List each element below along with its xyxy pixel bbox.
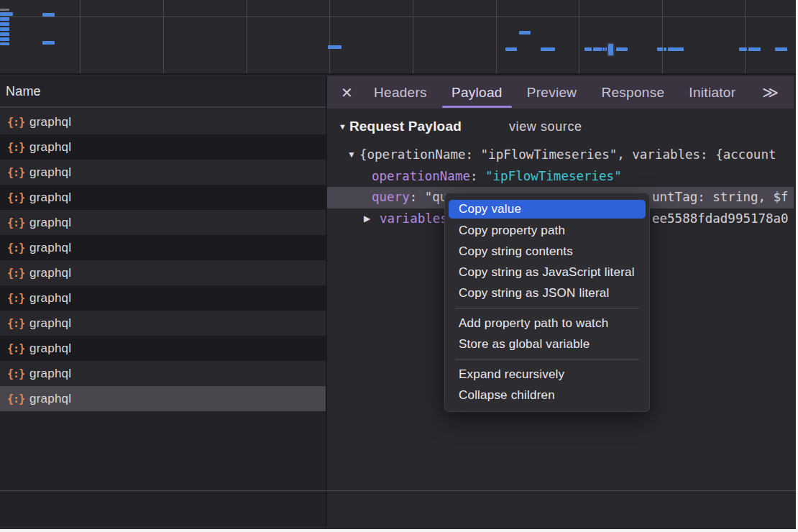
devtools-shell: Name {:}graphql{:}graphql{:}graphql{:}gr… bbox=[0, 0, 796, 529]
network-request-row[interactable]: {:}graphql bbox=[0, 285, 326, 311]
view-source-link[interactable]: view source bbox=[509, 119, 582, 134]
menu-separator bbox=[455, 359, 639, 359]
request-name-label: graphql bbox=[29, 241, 71, 255]
tab-response[interactable]: Response bbox=[589, 76, 677, 109]
timeline-request-bar bbox=[0, 42, 9, 45]
tab-initiator[interactable]: Initiator bbox=[677, 76, 748, 109]
network-request-row[interactable]: {:}graphql bbox=[0, 311, 326, 336]
property-key: query bbox=[372, 190, 410, 204]
menu-item-copy-string-as-json-literal[interactable]: Copy string as JSON literal bbox=[445, 283, 649, 303]
request-name-label: graphql bbox=[29, 191, 71, 205]
network-request-row[interactable]: {:}graphql bbox=[0, 235, 326, 260]
request-name-label: graphql bbox=[29, 266, 71, 280]
timeline-request-bar bbox=[0, 27, 9, 31]
network-request-row[interactable]: {:}graphql bbox=[0, 109, 326, 134]
json-braces-icon: {:} bbox=[7, 393, 24, 405]
timeline-request-bar bbox=[668, 47, 684, 51]
timeline-gridline bbox=[329, 0, 330, 73]
menu-item-add-property-path-to-watch[interactable]: Add property path to watch bbox=[445, 313, 649, 334]
request-name-label: graphql bbox=[29, 140, 71, 155]
network-request-row[interactable]: {:}graphql bbox=[0, 210, 326, 235]
timeline-request-bar bbox=[42, 41, 55, 45]
timeline-request-bar bbox=[657, 47, 663, 51]
menu-separator bbox=[455, 308, 639, 308]
object-preview: {operationName: "ipFlowTimeseries", vari… bbox=[359, 145, 776, 166]
close-icon[interactable]: ✕ bbox=[341, 86, 352, 100]
property-value: "ipFlowTimeseries" bbox=[485, 169, 622, 183]
json-braces-icon: {:} bbox=[7, 242, 24, 254]
tab-headers[interactable]: Headers bbox=[362, 76, 439, 109]
request-name-label: graphql bbox=[29, 216, 71, 230]
timeline-request-bar bbox=[605, 47, 607, 51]
json-braces-icon: {:} bbox=[7, 267, 24, 280]
request-name-label: graphql bbox=[29, 367, 71, 381]
payload-tree-row[interactable]: operationName: "ipFlowTimeseries" bbox=[327, 166, 794, 188]
timeline-request-bar bbox=[0, 22, 9, 26]
network-request-row[interactable]: {:}graphql bbox=[0, 160, 326, 185]
request-name-label: graphql bbox=[29, 341, 71, 356]
menu-item-expand-recursively[interactable]: Expand recursively bbox=[445, 364, 649, 385]
expander-icon[interactable]: ▶ bbox=[364, 208, 370, 230]
network-request-list-panel: Name {:}graphql{:}graphql{:}graphql{:}gr… bbox=[0, 76, 326, 526]
request-name-label: graphql bbox=[29, 165, 71, 180]
more-tabs-icon[interactable]: ≫ bbox=[762, 76, 779, 109]
network-request-row[interactable]: {:}graphql bbox=[0, 134, 326, 160]
timeline-request-bar bbox=[0, 32, 9, 36]
network-request-row[interactable]: {:}graphql bbox=[0, 386, 326, 411]
timeline-request-bar bbox=[584, 47, 592, 51]
collapse-triangle-icon[interactable]: ▼ bbox=[339, 122, 347, 131]
menu-item-copy-property-path[interactable]: Copy property path bbox=[445, 220, 649, 241]
timeline-gridline bbox=[163, 0, 164, 73]
timeline-request-bar bbox=[42, 13, 55, 17]
timeline-request-bar bbox=[664, 47, 666, 51]
json-braces-icon: {:} bbox=[7, 116, 24, 129]
menu-item-copy-string-contents[interactable]: Copy string contents bbox=[445, 241, 649, 262]
tab-payload[interactable]: Payload bbox=[439, 76, 515, 109]
timeline-activity-dash bbox=[0, 9, 9, 11]
network-request-row[interactable]: {:}graphql bbox=[0, 361, 326, 386]
network-request-row[interactable]: {:}graphql bbox=[0, 336, 326, 361]
timeline-request-bar bbox=[739, 47, 747, 51]
timeline-gridline bbox=[413, 0, 413, 73]
timeline-request-bar bbox=[519, 31, 531, 35]
menu-item-copy-string-as-javascript-literal[interactable]: Copy string as JavaScript literal bbox=[445, 262, 649, 283]
request-name-label: graphql bbox=[29, 316, 71, 331]
timeline-request-bar bbox=[328, 45, 341, 49]
timeline-request-bar bbox=[616, 47, 628, 51]
request-name-label: graphql bbox=[29, 392, 71, 406]
timeline-request-bar bbox=[748, 47, 761, 51]
property-key: variables bbox=[380, 211, 448, 226]
request-name-label: graphql bbox=[29, 291, 71, 306]
request-payload-title: Request Payload bbox=[349, 119, 462, 134]
request-payload-section-header: ▼ Request Payload view source bbox=[327, 116, 582, 137]
json-braces-icon: {:} bbox=[7, 166, 24, 179]
payload-tree-row[interactable]: ▼{operationName: "ipFlowTimeseries", var… bbox=[327, 145, 794, 166]
property-value-fragment-right: untTag: string, $f bbox=[652, 187, 789, 208]
expander-icon[interactable]: ▼ bbox=[347, 145, 356, 166]
property-key: operationName bbox=[372, 169, 470, 183]
detail-tabbar: ✕ HeadersPayloadPreviewResponseInitiator bbox=[327, 76, 794, 109]
name-column-header[interactable]: Name bbox=[0, 76, 326, 108]
menu-item-store-as-global-variable[interactable]: Store as global variable bbox=[445, 334, 649, 354]
timeline-gridline-horizontal bbox=[0, 17, 796, 17]
network-request-row[interactable]: {:}graphql bbox=[0, 185, 326, 210]
json-braces-icon: {:} bbox=[7, 292, 24, 305]
timeline-request-bar bbox=[505, 47, 517, 51]
timeline-gridline bbox=[579, 0, 579, 73]
footer-divider bbox=[0, 490, 796, 491]
timeline-gridline bbox=[662, 0, 663, 73]
timeline-request-bar bbox=[775, 47, 787, 51]
json-braces-icon: {:} bbox=[7, 367, 24, 380]
json-braces-icon: {:} bbox=[7, 317, 24, 330]
network-request-row[interactable]: {:}graphql bbox=[0, 260, 326, 285]
menu-item-collapse-children[interactable]: Collapse children bbox=[445, 385, 649, 405]
timeline-gridline bbox=[745, 0, 746, 73]
timeline-gridline bbox=[247, 0, 247, 73]
tab-preview[interactable]: Preview bbox=[515, 76, 590, 109]
timeline-gridline bbox=[496, 0, 497, 73]
network-overview-timeline[interactable] bbox=[0, 0, 796, 75]
menu-item-copy-value[interactable]: Copy value bbox=[449, 200, 646, 219]
devtools-window: Name {:}graphql{:}graphql{:}graphql{:}gr… bbox=[0, 0, 798, 532]
json-braces-icon: {:} bbox=[7, 141, 24, 154]
timeline-gridline bbox=[80, 0, 81, 73]
